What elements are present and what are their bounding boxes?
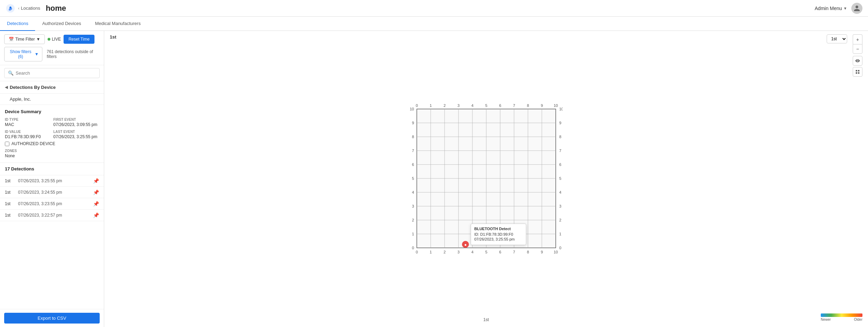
authorized-row: AUTHORIZED DEVICE: [5, 141, 99, 146]
grid-button[interactable]: [853, 67, 862, 77]
eye-button[interactable]: [853, 56, 862, 66]
svg-text:8: 8: [559, 135, 561, 139]
svg-text:0: 0: [559, 246, 561, 250]
detection-row-1[interactable]: 1st 07/26/2023, 3:25:55 pm 📌: [0, 175, 104, 187]
svg-text:6: 6: [499, 250, 501, 254]
detection-location-4: 1st: [5, 213, 15, 218]
svg-text:6: 6: [499, 103, 501, 108]
svg-text:10: 10: [559, 107, 563, 111]
svg-text:9: 9: [412, 121, 414, 125]
authorized-checkbox[interactable]: [5, 142, 9, 146]
detection-row-2[interactable]: 1st 07/26/2023, 3:24:55 pm 📌: [0, 187, 104, 198]
svg-text:9: 9: [559, 121, 561, 125]
zones-field: ZONES None: [5, 149, 51, 158]
admin-menu-button[interactable]: Admin Menu ▼: [815, 6, 847, 11]
svg-text:7: 7: [513, 250, 515, 254]
device-tooltip: BLUETOOTH Detect ID: D1:FB:78:3D:99:F0 0…: [471, 224, 526, 245]
svg-text:10: 10: [410, 107, 414, 111]
device-apple[interactable]: Apple, Inc.: [0, 94, 104, 105]
floor-select-input[interactable]: 1st 2nd 3rd: [827, 34, 847, 43]
svg-text:7: 7: [412, 149, 414, 153]
last-event-label: LAST EVENT: [53, 130, 99, 134]
search-input-wrapper: 🔍: [4, 68, 100, 78]
id-type-label: ID TYPE: [5, 118, 51, 121]
detection-location-1: 1st: [5, 178, 15, 183]
back-arrow-icon: ‹: [18, 6, 19, 11]
app-logo: [6, 3, 15, 13]
zones-grid: ZONES None: [5, 149, 99, 158]
search-input[interactable]: [16, 70, 96, 76]
detection-time-1: 07/26/2023, 3:25:55 pm: [18, 178, 93, 183]
sidebar-content: ◀ Detections By Device Apple, Inc. Devic…: [0, 81, 104, 309]
reset-time-button[interactable]: Reset Time: [64, 35, 94, 44]
tab-authorized[interactable]: Authorized Devices: [35, 17, 88, 31]
authorized-label: AUTHORIZED DEVICE: [11, 141, 55, 146]
id-value-label: ID VALUE: [5, 130, 51, 134]
back-label: Locations: [21, 6, 40, 11]
calendar-icon: 📅: [9, 37, 14, 42]
tooltip-title: BLUETOOTH Detect: [474, 227, 522, 231]
search-container: 🔍: [0, 65, 104, 81]
detection-row-4[interactable]: 1st 07/26/2023, 3:22:57 pm 📌: [0, 210, 104, 221]
device-summary-title: Device Summary: [5, 109, 99, 114]
section-arrow-icon: ◀: [5, 85, 8, 90]
svg-text:4: 4: [471, 103, 473, 108]
zones-value: None: [5, 153, 51, 158]
svg-text:2: 2: [412, 218, 414, 222]
svg-text:2: 2: [443, 103, 445, 108]
svg-text:6: 6: [412, 162, 414, 167]
controls-row-2: Show filters (6) ▼ 761 detections outsid…: [4, 47, 100, 61]
location-pin-icon-1: 📌: [93, 178, 99, 184]
svg-text:0: 0: [412, 246, 414, 250]
floor-selector[interactable]: 1st 2nd 3rd: [827, 34, 847, 43]
live-dot-icon: [48, 38, 50, 41]
detection-location-3: 1st: [5, 201, 15, 206]
tabs-bar: Detections Authorized Devices Medical Ma…: [0, 17, 868, 31]
map-area: 1st 1st 2nd 3rd + −: [104, 31, 868, 327]
detection-time-4: 07/26/2023, 3:22:57 pm: [18, 213, 93, 218]
detection-time-3: 07/26/2023, 3:23:55 pm: [18, 201, 93, 206]
zoom-in-button[interactable]: +: [853, 34, 862, 44]
first-event-label: FIRST EVENT: [53, 118, 99, 121]
svg-text:0: 0: [415, 250, 418, 254]
tooltip-time: 07/26/2023, 3:25:55 pm: [474, 237, 522, 241]
show-filters-arrow-icon: ▼: [35, 52, 39, 57]
tab-detections[interactable]: Detections: [0, 17, 35, 31]
svg-text:4: 4: [471, 250, 473, 254]
location-pin-icon-3: 📌: [93, 201, 99, 207]
svg-text:8: 8: [412, 135, 414, 139]
main-area: 📅 Time Filter ▼ LIVE Reset Time Show fil…: [0, 31, 868, 327]
first-event-field: FIRST EVENT 07/26/2023, 3:09:55 pm: [53, 118, 99, 127]
export-csv-button[interactable]: Export to CSV: [4, 313, 100, 324]
id-value-field: ID VALUE D1:FB:78:3D:99:F0: [5, 130, 51, 139]
time-filter-button[interactable]: 📅 Time Filter ▼: [4, 34, 45, 44]
detections-by-device-section[interactable]: ◀ Detections By Device: [0, 81, 104, 94]
svg-text:5: 5: [412, 176, 414, 181]
detections-outside-label: 761 detections outside of filters: [47, 49, 100, 59]
svg-text:3: 3: [412, 204, 414, 208]
svg-text:4: 4: [559, 190, 561, 194]
user-avatar[interactable]: [851, 3, 862, 14]
top-nav: ‹ Locations home Admin Menu ▼: [0, 0, 868, 17]
svg-text:0: 0: [415, 103, 418, 108]
tab-medical[interactable]: Medical Manufacturers: [88, 17, 148, 31]
legend-newer-label: Newer: [821, 318, 831, 321]
time-filter-label: Time Filter: [15, 37, 35, 42]
sidebar-controls: 📅 Time Filter ▼ LIVE Reset Time Show fil…: [0, 31, 104, 65]
live-indicator: LIVE: [48, 37, 61, 42]
location-pin-icon-4: 📌: [93, 212, 99, 218]
show-filters-button[interactable]: Show filters (6) ▼: [4, 47, 42, 61]
page-title: home: [46, 4, 66, 13]
export-btn-container: Export to CSV: [0, 309, 104, 327]
controls-row-1: 📅 Time Filter ▼ LIVE Reset Time: [4, 34, 100, 44]
svg-text:1: 1: [429, 103, 431, 108]
svg-text:1: 1: [429, 250, 431, 254]
zoom-out-button[interactable]: −: [853, 44, 862, 54]
detection-row-3[interactable]: 1st 07/26/2023, 3:23:55 pm 📌: [0, 198, 104, 210]
back-button[interactable]: ‹ Locations: [18, 6, 40, 11]
svg-text:5: 5: [485, 250, 487, 254]
tooltip-id: ID: D1:FB:78:3D:99:F0: [474, 232, 522, 236]
id-type-field: ID TYPE MAC: [5, 118, 51, 127]
svg-text:8: 8: [527, 103, 529, 108]
svg-text:7: 7: [513, 103, 515, 108]
